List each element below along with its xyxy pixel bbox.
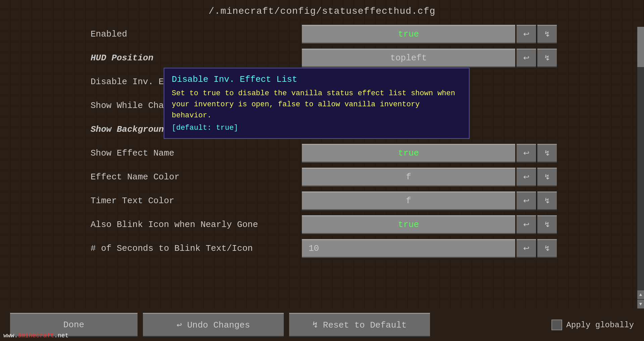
- setting-row-hud-position: HUD Position topleft ↩ ↯: [87, 47, 557, 69]
- reset-btn-effect-name-color[interactable]: ↯: [537, 168, 557, 186]
- setting-row-seconds-blink: # of Seconds to Blink Text/Icon 10 ↩ ↯: [87, 237, 557, 259]
- value-container-effect-name-color: f ↩ ↯: [302, 168, 557, 186]
- value-container-seconds-blink: 10 ↩ ↯: [302, 239, 557, 258]
- reset-btn-show-effect-name[interactable]: ↯: [537, 144, 557, 163]
- label-also-blink: Also Blink Icon when Nearly Gone: [87, 220, 302, 230]
- undo-changes-button[interactable]: ↩ Undo Changes: [143, 313, 284, 337]
- watermark-www: www.: [3, 332, 18, 339]
- value-btn-hud-position[interactable]: topleft: [302, 49, 515, 67]
- apply-globally-label: Apply globally: [566, 321, 634, 330]
- tooltip-body: Set to true to disable the vanilla statu…: [172, 88, 462, 121]
- tooltip-overlay: Disable Inv. Effect List Set to true to …: [164, 68, 470, 139]
- reset-btn-seconds-blink[interactable]: ↯: [537, 239, 557, 258]
- value-container-also-blink: true ↩ ↯: [302, 215, 557, 234]
- watermark-9mine: 9minecraft: [18, 332, 54, 339]
- undo-btn-also-blink[interactable]: ↩: [517, 215, 536, 234]
- page-title: /.minecraft/config/statuseffecthud.cfg: [0, 0, 644, 20]
- watermark-net: .net: [54, 332, 68, 339]
- label-show-effect-name: Show Effect Name: [87, 148, 302, 158]
- reset-btn-hud-position[interactable]: ↯: [537, 49, 557, 67]
- label-hud-position: HUD Position: [87, 53, 302, 63]
- setting-row-show-effect-name: Show Effect Name true ↩ ↯: [87, 142, 557, 164]
- apply-globally-container: Apply globally: [551, 320, 634, 330]
- scrollbar-down-btn[interactable]: ▼: [637, 300, 644, 308]
- value-btn-enabled[interactable]: true: [302, 25, 515, 44]
- undo-btn-seconds-blink[interactable]: ↩: [517, 239, 536, 258]
- value-btn-also-blink[interactable]: true: [302, 215, 515, 234]
- value-container-enabled: true ↩ ↯: [302, 25, 557, 44]
- undo-btn-effect-name-color[interactable]: ↩: [517, 168, 536, 186]
- reset-btn-also-blink[interactable]: ↯: [537, 215, 557, 234]
- undo-btn-hud-position[interactable]: ↩: [517, 49, 536, 67]
- watermark: www.9minecraft.net: [3, 332, 68, 339]
- label-timer-text-color: Timer Text Color: [87, 196, 302, 206]
- bottom-bar: Done ↩ Undo Changes ↯ Reset to Default A…: [0, 309, 644, 341]
- apply-globally-checkbox[interactable]: [551, 320, 562, 330]
- setting-row-enabled: Enabled true ↩ ↯: [87, 23, 557, 45]
- tooltip-title: Disable Inv. Effect List: [172, 74, 462, 84]
- reset-to-default-button[interactable]: ↯ Reset to Default: [289, 313, 430, 337]
- setting-row-also-blink: Also Blink Icon when Nearly Gone true ↩ …: [87, 214, 557, 235]
- value-btn-seconds-blink[interactable]: 10: [302, 239, 515, 258]
- value-container-timer-text-color: f ↩ ↯: [302, 191, 557, 210]
- undo-btn-show-effect-name[interactable]: ↩: [517, 144, 536, 163]
- label-enabled: Enabled: [87, 29, 302, 39]
- label-effect-name-color: Effect Name Color: [87, 172, 302, 182]
- setting-row-timer-text-color: Timer Text Color f ↩ ↯: [87, 190, 557, 212]
- label-seconds-blink: # of Seconds to Blink Text/Icon: [87, 243, 302, 253]
- value-container-show-effect-name: true ↩ ↯: [302, 144, 557, 163]
- scrollbar[interactable]: ▲ ▼: [637, 27, 644, 308]
- settings-container: Enabled true ↩ ↯ HUD Position topleft ↩ …: [87, 20, 557, 265]
- setting-row-effect-name-color: Effect Name Color f ↩ ↯: [87, 166, 557, 188]
- value-btn-show-effect-name[interactable]: true: [302, 144, 515, 163]
- tooltip-default: [default: true]: [172, 124, 462, 132]
- reset-btn-timer-text-color[interactable]: ↯: [537, 191, 557, 210]
- value-container-hud-position: topleft ↩ ↯: [302, 49, 557, 67]
- reset-btn-enabled[interactable]: ↯: [537, 25, 557, 44]
- undo-btn-timer-text-color[interactable]: ↩: [517, 191, 536, 210]
- undo-btn-enabled[interactable]: ↩: [517, 25, 536, 44]
- value-btn-timer-text-color[interactable]: f: [302, 191, 515, 210]
- scrollbar-thumb[interactable]: [637, 27, 644, 67]
- scrollbar-up-btn[interactable]: ▲: [637, 290, 644, 299]
- value-btn-effect-name-color[interactable]: f: [302, 168, 515, 186]
